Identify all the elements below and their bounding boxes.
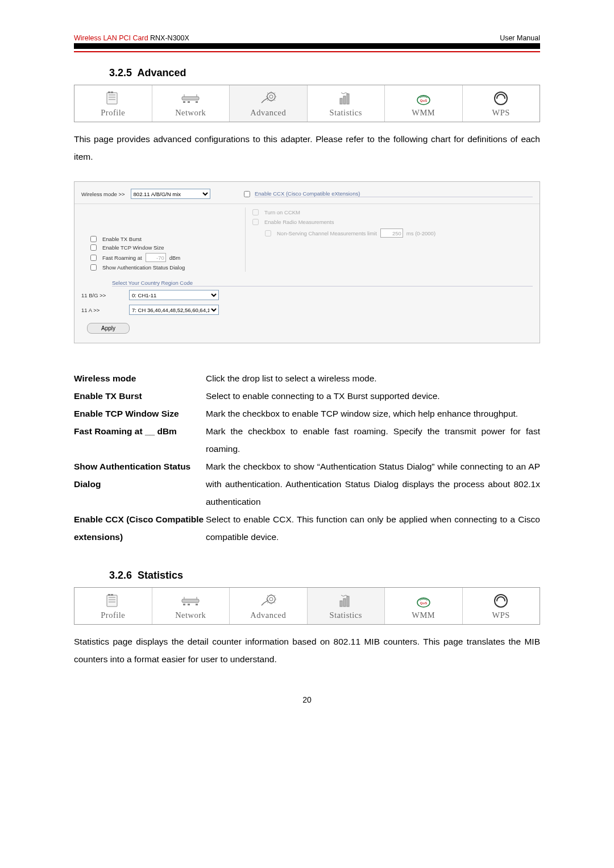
def-text: Click the drop list to select a wireless…	[206, 369, 540, 387]
svg-rect-34	[340, 601, 342, 607]
def-text: Mark the checkbox to enable TCP window s…	[206, 405, 540, 422]
svg-text:QoS: QoS	[420, 99, 427, 102]
country-legend: Select Your Country Region Code	[112, 280, 533, 286]
nonserving-input	[380, 229, 403, 238]
tab-label: Advanced	[250, 108, 286, 118]
bg-label: 11 B/G >>	[81, 292, 125, 298]
tabbar-advanced: Profile Network Advanced Statistics QoS …	[74, 85, 540, 122]
def-term: Fast Roaming at __ dBm	[74, 422, 206, 458]
svg-rect-9	[183, 101, 185, 103]
def-term: Enable TCP Window Size	[74, 405, 206, 422]
def-text: Select to enable CCX. This function can …	[206, 510, 540, 546]
ccx-checkbox[interactable]	[244, 191, 250, 197]
svg-rect-5	[111, 92, 113, 93]
profile-icon	[106, 90, 121, 107]
qos-icon: QoS	[416, 592, 432, 609]
svg-rect-10	[196, 101, 198, 103]
tab-label: WMM	[412, 610, 435, 620]
tab-label: Profile	[101, 610, 125, 620]
svg-rect-6	[182, 97, 199, 100]
svg-point-12	[267, 93, 275, 101]
svg-rect-30	[196, 604, 198, 605]
product-name-model: RNX-N300X	[148, 34, 189, 42]
svg-rect-0	[107, 93, 117, 104]
tab-label: Advanced	[250, 610, 286, 620]
nonserving-checkbox	[265, 230, 271, 236]
tab-profile[interactable]: Profile	[74, 85, 152, 122]
network-icon	[181, 592, 200, 609]
tab-label: Network	[175, 610, 206, 620]
svg-rect-16	[347, 94, 349, 104]
tab-label: Network	[175, 108, 206, 118]
svg-rect-36	[347, 596, 349, 607]
section-325-number: 3.2.5	[109, 67, 132, 78]
cckm-label: Turn on CCKM	[264, 209, 300, 215]
svg-rect-4	[108, 92, 110, 93]
tab-wmm[interactable]: QoS WMM	[385, 588, 463, 624]
tab-network[interactable]: Network	[152, 588, 230, 624]
tab-profile[interactable]: Profile	[74, 588, 152, 624]
tab-network[interactable]: Network	[152, 85, 230, 122]
tab-statistics[interactable]: Statistics	[308, 588, 385, 624]
def-term: Enable CCX (Cisco Compatible extensions)	[74, 510, 206, 546]
svg-rect-14	[340, 98, 342, 104]
tab-label: Statistics	[330, 108, 362, 118]
para-326: Statistics page displays the detail coun…	[74, 633, 540, 668]
tab-statistics[interactable]: Statistics	[308, 85, 385, 122]
header-red-bar	[74, 51, 540, 52]
tcpwin-checkbox[interactable]	[90, 244, 97, 251]
txburst-label: Enable TX Burst	[102, 236, 142, 242]
page-number: 20	[74, 695, 540, 704]
svg-point-33	[269, 597, 273, 601]
svg-rect-11	[188, 101, 190, 103]
tab-wps[interactable]: WPS	[463, 85, 540, 122]
section-325-heading: 3.2.5 Advanced	[109, 67, 540, 79]
tab-wmm[interactable]: QoS WMM	[385, 85, 463, 122]
wps-icon	[493, 592, 508, 609]
network-icon	[181, 90, 200, 107]
fastroaming-prefix: Fast Roaming at	[102, 255, 142, 261]
header-black-bar	[74, 43, 540, 49]
statistics-icon	[339, 90, 352, 107]
svg-rect-26	[182, 599, 199, 603]
tab-label: WPS	[492, 108, 510, 118]
svg-point-13	[269, 95, 273, 98]
wps-icon	[493, 90, 508, 107]
statistics-icon	[339, 592, 352, 609]
svg-rect-20	[107, 595, 117, 607]
def-text: Select to enable connecting to a TX Burs…	[206, 387, 540, 405]
fastroaming-input[interactable]	[146, 253, 166, 262]
a-select[interactable]: 7: CH 36,40,44,48,52,56,60,64,100	[129, 305, 219, 315]
tab-label: WMM	[412, 108, 435, 118]
para-325: This page provides advanced configuratio…	[74, 130, 540, 165]
definitions-table: Wireless modeClick the drop list to sele…	[74, 369, 540, 546]
cckm-checkbox	[252, 209, 259, 215]
tab-advanced[interactable]: Advanced	[230, 85, 308, 122]
wireless-mode-select[interactable]: 802.11 A/B/G/N mix	[131, 189, 210, 199]
gear-icon	[260, 90, 277, 107]
txburst-checkbox[interactable]	[90, 236, 97, 242]
showauth-checkbox[interactable]	[90, 264, 97, 271]
nonserving-suffix: ms (0-2000)	[406, 230, 435, 236]
svg-rect-25	[111, 594, 113, 596]
tab-advanced[interactable]: Advanced	[230, 588, 308, 624]
section-326-number: 3.2.6	[109, 570, 132, 581]
def-text: Mark the checkbox to enable fast roaming…	[206, 422, 540, 458]
def-text: Mark the checkbox to show “Authenticatio…	[206, 458, 540, 510]
tab-wps[interactable]: WPS	[463, 588, 540, 624]
wireless-mode-label: Wireless mode >>	[81, 191, 125, 197]
a-label: 11 A >>	[81, 307, 125, 313]
fastroaming-checkbox[interactable]	[90, 255, 97, 261]
tab-label: Profile	[101, 108, 125, 118]
gear-icon	[260, 592, 277, 609]
def-term: Show Authentication Status Dialog	[74, 458, 206, 510]
svg-rect-31	[188, 604, 190, 605]
apply-button[interactable]: Apply	[87, 323, 130, 334]
svg-rect-35	[343, 599, 346, 607]
bg-select[interactable]: 0: CH1-11	[129, 290, 219, 300]
showauth-label: Show Authentication Status Dialog	[102, 264, 185, 271]
radio-checkbox	[252, 219, 259, 225]
nonserving-label: Non-Serving Channel Measurements limit	[277, 230, 377, 236]
def-term: Wireless mode	[74, 369, 206, 387]
profile-icon	[106, 592, 121, 609]
